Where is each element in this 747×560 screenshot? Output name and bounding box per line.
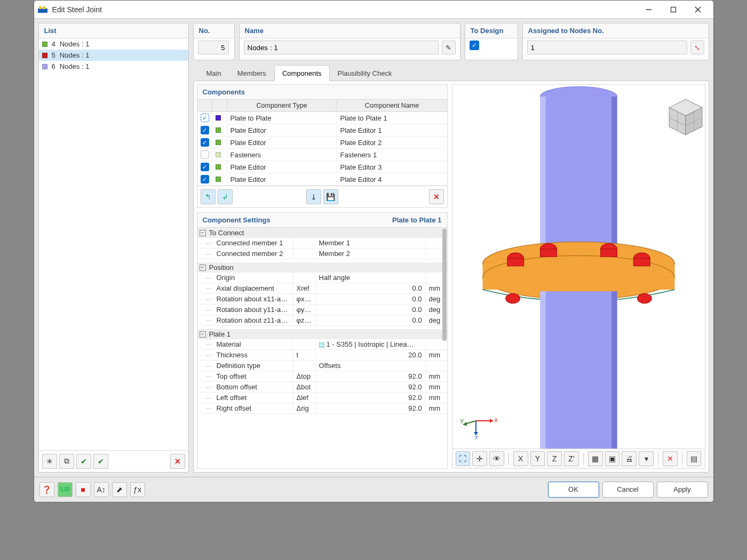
- apply-each-icon[interactable]: ✔: [93, 454, 108, 469]
- property-row[interactable]: Axial displacementXref0.0mm: [197, 283, 447, 294]
- property-value[interactable]: Member 1: [316, 238, 426, 248]
- apply-all-icon[interactable]: ✔: [76, 454, 91, 469]
- save-button[interactable]: 💾: [323, 189, 338, 204]
- list-item[interactable]: 6Nodes : 1: [39, 61, 188, 72]
- table-row[interactable]: FastenersFasteners 1: [197, 149, 447, 161]
- property-row[interactable]: Connected member 1Member 1: [197, 238, 447, 249]
- property-row[interactable]: Rotation about z11-a…φz110.0deg: [197, 315, 447, 326]
- property-row[interactable]: Rotation about y11-a…φy110.0deg: [197, 305, 447, 315]
- table-row[interactable]: ✓Plate EditorPlate Editor 2: [197, 137, 447, 149]
- list-item[interactable]: 5Nodes : 1: [39, 50, 188, 61]
- property-row[interactable]: Right offsetΔrig92.0mm: [197, 403, 447, 414]
- property-row[interactable]: Rotation about x11-a…φx110.0deg: [197, 294, 447, 305]
- table-row[interactable]: Plate to PlatePlate to Plate 1: [197, 112, 447, 124]
- table-row[interactable]: ✓Plate EditorPlate Editor 1: [197, 124, 447, 137]
- property-row[interactable]: Definition typeOffsets: [197, 361, 447, 371]
- tree-group-header[interactable]: −Plate 1: [197, 329, 447, 339]
- view-icon[interactable]: 👁: [489, 451, 504, 466]
- row-checkbox[interactable]: [201, 150, 209, 159]
- tab-main[interactable]: Main: [198, 65, 229, 81]
- edit-name-button[interactable]: ✎: [442, 41, 456, 54]
- units-icon[interactable]: 0,00: [58, 482, 73, 497]
- close-button[interactable]: [686, 1, 710, 19]
- drop-icon[interactable]: ▾: [639, 451, 654, 466]
- viewport-3d[interactable]: X Y Z: [452, 85, 705, 449]
- property-value[interactable]: 92.0: [316, 382, 426, 392]
- property-value[interactable]: 0.0: [316, 305, 426, 315]
- ok-button[interactable]: OK: [548, 482, 599, 498]
- view-y-icon[interactable]: Y: [530, 451, 545, 466]
- ucs-icon[interactable]: ✛: [472, 451, 487, 466]
- no-panel: No.: [193, 23, 235, 60]
- table-row[interactable]: ✓Plate EditorPlate Editor 3: [197, 161, 447, 173]
- row-checkbox[interactable]: ✓: [201, 175, 209, 183]
- wireframe-icon[interactable]: ▣: [605, 451, 620, 466]
- copy-icon[interactable]: ⧉: [59, 454, 74, 469]
- property-row[interactable]: Thicknesst20.0mm: [197, 350, 447, 361]
- property-value[interactable]: 20.0: [316, 350, 426, 360]
- property-value[interactable]: 92.0: [316, 371, 426, 381]
- property-value[interactable]: Member 2: [316, 249, 426, 259]
- property-value[interactable]: 0.0: [316, 315, 426, 325]
- tree-group-header[interactable]: −Position: [197, 262, 447, 273]
- property-value[interactable]: Half angle: [316, 273, 426, 283]
- options-icon[interactable]: ▤: [687, 451, 702, 466]
- render-icon[interactable]: ▦: [588, 451, 603, 466]
- property-row[interactable]: Bottom offsetΔbot92.0mm: [197, 382, 447, 393]
- apply-button[interactable]: Apply: [657, 482, 708, 498]
- property-value[interactable]: 0.0: [316, 283, 426, 293]
- no-input[interactable]: [198, 41, 229, 54]
- fit-icon[interactable]: ⛶: [456, 451, 471, 466]
- row-checkbox[interactable]: ✓: [201, 138, 209, 147]
- delete-view-icon[interactable]: ✕: [663, 451, 678, 466]
- view-z-icon[interactable]: Z: [547, 451, 562, 466]
- tree-group-header[interactable]: −To Connect: [197, 228, 447, 238]
- property-value[interactable]: Offsets: [316, 361, 426, 371]
- iso-icon[interactable]: Z': [564, 451, 579, 466]
- move-down-button[interactable]: ↲: [218, 189, 233, 204]
- tab-plausibility-check[interactable]: Plausibility Check: [330, 65, 400, 81]
- property-row[interactable]: Connected member 2Member 2: [197, 249, 447, 259]
- row-checkbox[interactable]: [201, 114, 209, 122]
- property-row[interactable]: OriginHalf angle: [197, 273, 447, 283]
- property-row[interactable]: Material1 - S355 | Isotropic | Linea…: [197, 339, 447, 350]
- pick-nodes-button[interactable]: ⤡: [690, 41, 704, 54]
- help-icon[interactable]: ❓: [39, 482, 54, 497]
- export-icon[interactable]: ⬈: [112, 482, 127, 497]
- minimize-button[interactable]: [637, 1, 661, 19]
- table-row[interactable]: ✓Plate EditorPlate Editor 4: [197, 173, 447, 186]
- fx-icon[interactable]: ƒx: [130, 482, 145, 497]
- print-icon[interactable]: 🖨: [622, 451, 637, 466]
- name-input[interactable]: [244, 41, 439, 54]
- text-size-icon[interactable]: A↕: [94, 482, 109, 497]
- row-checkbox[interactable]: ✓: [201, 163, 209, 171]
- collapse-icon[interactable]: −: [200, 265, 206, 271]
- tree-group-title: To Connect: [209, 229, 244, 237]
- move-up-button[interactable]: ↰: [201, 189, 216, 204]
- tab-members[interactable]: Members: [229, 65, 274, 81]
- to-design-checkbox[interactable]: ✓: [470, 41, 479, 50]
- property-value[interactable]: 0.0: [316, 294, 426, 304]
- collapse-icon[interactable]: −: [200, 230, 206, 236]
- settings-tree[interactable]: −To ConnectConnected member 1Member 1Con…: [197, 228, 447, 468]
- property-row[interactable]: Top offsetΔtop92.0mm: [197, 371, 447, 382]
- property-value[interactable]: 92.0: [316, 403, 426, 413]
- delete-button[interactable]: ✕: [170, 454, 185, 469]
- row-checkbox[interactable]: ✓: [201, 126, 209, 134]
- tab-components[interactable]: Components: [274, 65, 330, 81]
- cancel-button[interactable]: Cancel: [602, 482, 654, 498]
- delete-component-button[interactable]: ✕: [429, 189, 444, 204]
- property-row[interactable]: Left offsetΔlef92.0mm: [197, 393, 447, 403]
- load-button[interactable]: ⤓: [306, 189, 321, 204]
- property-value[interactable]: 1 - S355 | Isotropic | Linea…: [316, 339, 426, 349]
- view-x-icon[interactable]: X: [513, 451, 528, 466]
- property-value[interactable]: 92.0: [316, 393, 426, 403]
- maximize-button[interactable]: [661, 1, 686, 19]
- assigned-input[interactable]: [527, 41, 687, 54]
- new-icon[interactable]: ✳: [42, 454, 57, 469]
- color-icon[interactable]: ■: [76, 482, 91, 497]
- property-symbol: [293, 277, 316, 279]
- list-item[interactable]: 4Nodes : 1: [39, 38, 188, 50]
- collapse-icon[interactable]: −: [200, 331, 206, 338]
- property-unit: [426, 242, 447, 244]
